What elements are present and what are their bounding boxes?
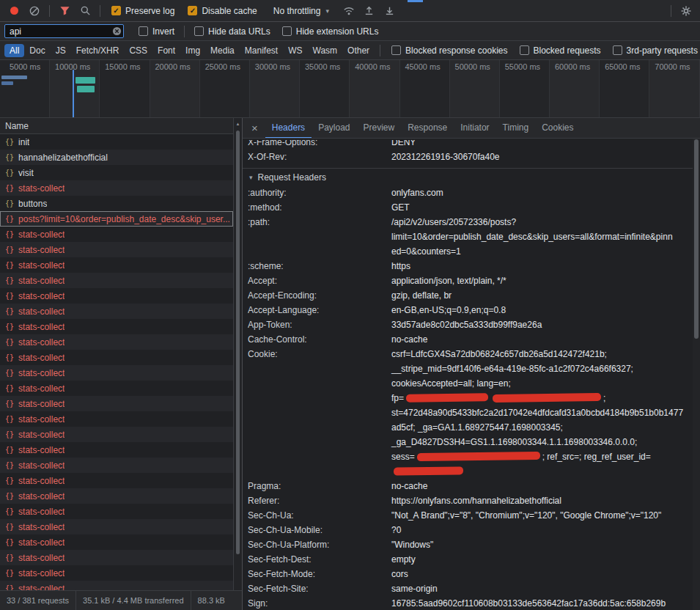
- request-row[interactable]: {}visit: [0, 165, 233, 180]
- type-filter-manifest[interactable]: Manifest: [240, 44, 283, 57]
- header-name: Accept-Language:: [248, 303, 391, 317]
- request-row[interactable]: {}buttons: [0, 196, 233, 211]
- type-filter-img[interactable]: Img: [180, 44, 205, 57]
- request-row[interactable]: {}stats-collect: [0, 365, 233, 381]
- request-row[interactable]: {}stats-collect: [0, 550, 233, 565]
- type-filter-fetch-xhr[interactable]: Fetch/XHR: [71, 44, 125, 57]
- request-name: posts?limit=10&order=publish_date_desc&s…: [18, 214, 230, 224]
- clear-icon[interactable]: [25, 2, 44, 20]
- request-list-pane: Name {}init{}hannahelizabethofficial{}vi…: [0, 118, 243, 610]
- script-braces-icon: {}: [5, 353, 14, 361]
- type-filter-js[interactable]: JS: [51, 44, 71, 57]
- header-value: cors: [391, 567, 686, 581]
- type-filter-all[interactable]: All: [4, 44, 24, 57]
- checkbox-box: [520, 45, 529, 55]
- header-name: :path:: [248, 215, 391, 229]
- close-icon[interactable]: ×: [243, 118, 265, 139]
- request-name: stats-collect: [18, 414, 65, 425]
- throttling-select[interactable]: No throttling ▾: [269, 4, 334, 18]
- network-overview[interactable]: 5000 ms10000 ms15000 ms20000 ms25000 ms3…: [0, 60, 700, 118]
- type-filter-font[interactable]: Font: [152, 44, 180, 57]
- header-value-line: ?0: [391, 523, 686, 537]
- detail-scrollbar[interactable]: [693, 139, 700, 610]
- request-name: buttons: [18, 199, 47, 209]
- header-row: Sec-Ch-Ua:"Not_A Brand";v="8", "Chromium…: [248, 508, 690, 523]
- type-filter-other[interactable]: Other: [342, 44, 375, 57]
- request-name: stats-collect: [18, 430, 65, 440]
- request-row[interactable]: {}stats-collect: [0, 288, 233, 304]
- advanced-filter-checkboxes: Blocked response cookiesBlocked requests…: [386, 45, 700, 56]
- detail-tab-payload[interactable]: Payload: [312, 118, 356, 139]
- request-row[interactable]: {}stats-collect: [0, 488, 233, 504]
- settings-gear-icon[interactable]: [677, 2, 696, 20]
- request-row[interactable]: {}stats-collect: [0, 427, 233, 442]
- request-row[interactable]: {}stats-collect: [0, 242, 233, 257]
- request-row[interactable]: {}stats-collect: [0, 504, 233, 519]
- hide-data-urls-checkbox[interactable]: Hide data URLs: [194, 26, 270, 37]
- header-row: Sec-Ch-Ua-Mobile:?0: [248, 523, 690, 537]
- type-filter-ws[interactable]: WS: [283, 44, 307, 57]
- request-row[interactable]: {}stats-collect: [0, 565, 233, 581]
- request-row[interactable]: {}stats-collect: [0, 396, 233, 411]
- request-row[interactable]: {}stats-collect: [0, 350, 233, 365]
- detail-tab-cookies[interactable]: Cookies: [535, 118, 580, 139]
- detail-tab-initiator[interactable]: Initiator: [454, 118, 495, 139]
- request-row[interactable]: {}init: [0, 134, 233, 150]
- toolbar-divider: [49, 5, 50, 17]
- request-row[interactable]: {}stats-collect: [0, 519, 233, 534]
- export-har-icon[interactable]: [380, 2, 399, 20]
- detail-tab-timing[interactable]: Timing: [496, 118, 536, 139]
- request-name: visit: [18, 168, 34, 178]
- request-list-scrollbar[interactable]: ▲: [233, 118, 242, 590]
- header-row: Sign:16785:5aad9602cf110608b03133de56364…: [248, 596, 690, 610]
- request-row[interactable]: {}stats-collect: [0, 381, 233, 396]
- filter-checkbox-blocked-response-cookies[interactable]: Blocked response cookies: [391, 45, 507, 56]
- filter-input[interactable]: [4, 24, 124, 38]
- filter-checkbox-3rd-party-requests[interactable]: 3rd-party requests: [613, 45, 698, 56]
- request-row[interactable]: {}stats-collect: [0, 257, 233, 273]
- scroll-up-icon[interactable]: ▲: [234, 122, 242, 126]
- detail-tab-preview[interactable]: Preview: [357, 118, 402, 139]
- request-headers-section[interactable]: ▾ Request Headers: [243, 168, 700, 185]
- script-braces-icon: {}: [5, 292, 14, 300]
- collapse-caret-icon[interactable]: ▾: [249, 174, 253, 181]
- detail-tab-headers[interactable]: Headers: [265, 118, 312, 139]
- request-row[interactable]: {}stats-collect: [0, 442, 233, 457]
- request-row[interactable]: {}stats-collect: [0, 273, 233, 288]
- type-filter-wasm[interactable]: Wasm: [308, 44, 343, 57]
- request-row[interactable]: {}stats-collect: [0, 304, 233, 319]
- header-value: en-GB,en-US;q=0.9,en;q=0.8: [391, 303, 686, 317]
- request-row[interactable]: {}stats-collect: [0, 319, 233, 334]
- requests-count: 33 / 381 requests: [0, 591, 76, 610]
- header-value-line: "Not_A Brand";v="8", "Chromium";v="120",…: [391, 508, 686, 523]
- scrollbar-thumb[interactable]: [694, 139, 699, 339]
- network-conditions-icon[interactable]: [339, 2, 358, 20]
- preserve-log-checkbox[interactable]: Preserve log: [111, 6, 174, 16]
- request-row[interactable]: {}stats-collect: [0, 411, 233, 427]
- request-row[interactable]: {}posts?limit=10&order=publish_date_desc…: [0, 211, 233, 227]
- disable-cache-checkbox[interactable]: Disable cache: [188, 6, 257, 16]
- request-row[interactable]: {}stats-collect: [0, 457, 233, 473]
- request-row[interactable]: {}stats-collect: [0, 473, 233, 488]
- detail-tab-response[interactable]: Response: [401, 118, 454, 139]
- filter-checkbox-blocked-requests[interactable]: Blocked requests: [520, 45, 601, 56]
- request-row[interactable]: {}stats-collect: [0, 534, 233, 550]
- request-row[interactable]: {}stats-collect: [0, 227, 233, 242]
- import-har-icon[interactable]: [360, 2, 379, 20]
- request-row[interactable]: {}stats-collect: [0, 334, 233, 350]
- hide-extension-urls-checkbox[interactable]: Hide extension URLs: [282, 26, 379, 37]
- filter-icon[interactable]: [55, 2, 74, 20]
- request-row[interactable]: {}stats-collect: [0, 180, 233, 196]
- name-column-header[interactable]: Name: [0, 118, 242, 134]
- record-icon[interactable]: [4, 2, 23, 20]
- request-row[interactable]: {}hannahelizabethofficial: [0, 150, 233, 165]
- type-filter-doc[interactable]: Doc: [24, 44, 50, 57]
- search-icon[interactable]: [75, 2, 95, 20]
- type-filter-media[interactable]: Media: [205, 44, 240, 57]
- invert-checkbox[interactable]: Invert: [139, 26, 174, 37]
- type-filter-css[interactable]: CSS: [124, 44, 152, 57]
- clear-filter-icon[interactable]: [112, 26, 122, 36]
- request-row[interactable]: {}stats-collect: [0, 581, 233, 590]
- header-value: no-cache: [391, 479, 686, 493]
- scrollbar-thumb[interactable]: [236, 131, 240, 554]
